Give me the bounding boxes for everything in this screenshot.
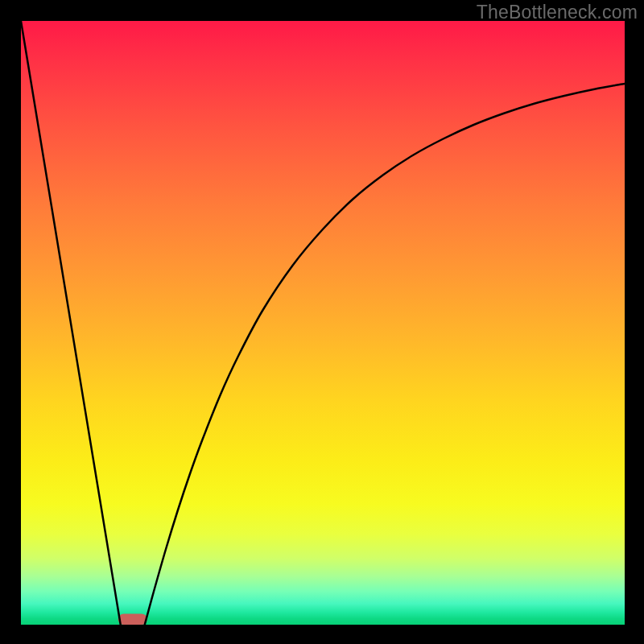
chart-svg (21, 21, 625, 625)
plot-area (21, 21, 625, 625)
series-right-curve (145, 84, 625, 625)
bottom-marker (118, 614, 147, 625)
watermark-text: TheBottleneck.com (477, 2, 638, 23)
series-left-segment (21, 21, 121, 625)
chart-frame: TheBottleneck.com (0, 0, 644, 644)
